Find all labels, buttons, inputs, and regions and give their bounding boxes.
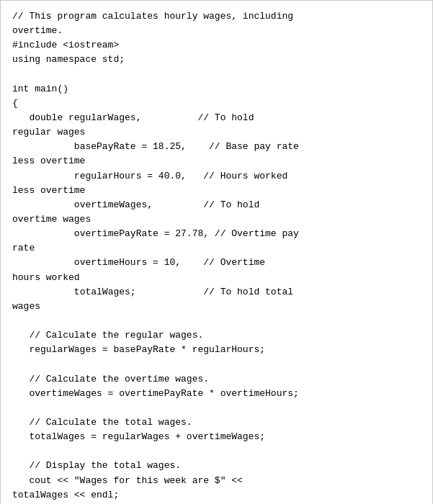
code-line: using namespace std; — [12, 53, 421, 67]
code-line: overtime. — [12, 24, 421, 38]
code-line — [12, 314, 421, 328]
code-line: basePayRate = 18.25, // Base pay rate — [12, 140, 421, 154]
code-line: { — [12, 96, 421, 111]
code-line: overtime wages — [12, 212, 421, 227]
code-line: regularHours = 40.0, // Hours worked — [12, 169, 421, 184]
code-line: overtimeWages = overtimePayRate * overti… — [12, 387, 421, 401]
code-line: less overtime — [12, 154, 421, 168]
code-line: totalWages = regularWages + overtimeWage… — [12, 430, 421, 444]
code-line: regularWages = basePayRate * regularHour… — [12, 343, 421, 357]
code-container: // This program calculates hourly wages,… — [0, 0, 433, 504]
code-line — [12, 401, 421, 415]
code-line: // Calculate the overtime wages. — [12, 372, 421, 387]
code-line: wages — [12, 300, 421, 314]
code-block: // This program calculates hourly wages,… — [12, 9, 421, 504]
code-line: totalWages; // To hold total — [12, 285, 421, 300]
code-line — [12, 444, 421, 459]
code-line: totalWages << endl; — [12, 488, 421, 503]
code-line: overtimeHours = 10, // Overtime — [12, 256, 421, 270]
code-line: less overtime — [12, 184, 421, 198]
code-line: #include <iostream> — [12, 38, 421, 53]
code-line: regular wages — [12, 125, 421, 140]
code-line: cout << "Wages for this week are $" << — [12, 474, 421, 488]
code-line: // Display the total wages. — [12, 459, 421, 473]
code-line: overtimeWages, // To hold — [12, 198, 421, 212]
code-line — [12, 357, 421, 372]
code-line: int main() — [12, 82, 421, 96]
code-line: rate — [12, 241, 421, 256]
code-line: overtimePayRate = 27.78, // Overtime pay — [12, 227, 421, 241]
code-line: // This program calculates hourly wages,… — [12, 9, 421, 24]
code-line: hours worked — [12, 271, 421, 285]
code-line: // Calculate the total wages. — [12, 415, 421, 430]
code-line: double regularWages, // To hold — [12, 111, 421, 125]
code-line — [12, 68, 421, 82]
code-line: // Calculate the regular wages. — [12, 328, 421, 343]
